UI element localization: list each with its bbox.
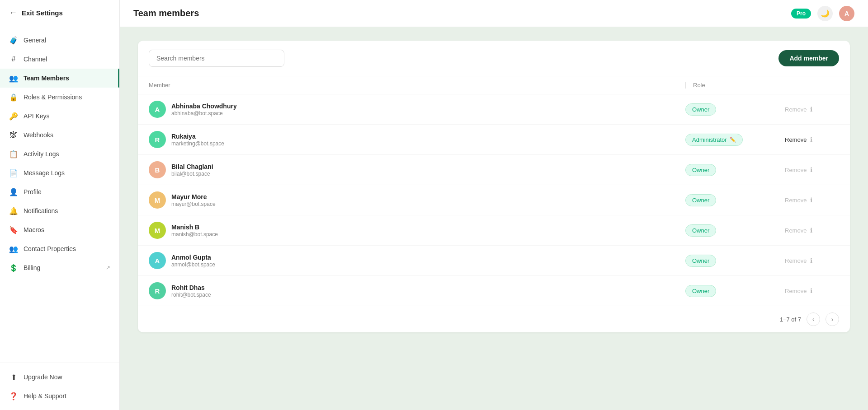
sidebar-item-webhooks[interactable]: 🕸 Webhooks bbox=[0, 126, 119, 144]
member-name: Rukaiya bbox=[171, 133, 224, 140]
notifications-icon: 🔔 bbox=[9, 206, 18, 215]
remove-member-button: Remove bbox=[785, 288, 807, 294]
member-name: Rohit Dhas bbox=[171, 284, 211, 291]
sidebar-nav: 🧳 General # Channel 👥 Team Members 🔒 Rol… bbox=[0, 26, 119, 363]
webhooks-icon: 🕸 bbox=[9, 130, 18, 140]
sidebar-item-channel[interactable]: # Channel bbox=[0, 50, 119, 69]
sidebar-item-activity-logs[interactable]: 📋 Activity Logs bbox=[0, 144, 119, 163]
sidebar-item-label: Billing bbox=[24, 264, 40, 271]
sidebar-item-message-logs[interactable]: 📄 Message Logs bbox=[0, 163, 119, 182]
member-name: Anmol Gupta bbox=[171, 254, 215, 261]
member-avatar: A bbox=[149, 252, 166, 269]
sidebar-item-roles-permissions[interactable]: 🔒 Roles & Permissions bbox=[0, 88, 119, 107]
info-button[interactable]: ℹ bbox=[810, 136, 812, 143]
sidebar-item-profile[interactable]: 👤 Profile bbox=[0, 182, 119, 201]
pagination-next-button[interactable]: › bbox=[826, 312, 839, 326]
theme-toggle-button[interactable]: 🌙 bbox=[817, 6, 833, 21]
card-header: Add member bbox=[138, 41, 850, 76]
page-title: Team members bbox=[133, 8, 199, 19]
remove-member-button: Remove bbox=[785, 227, 807, 234]
role-badge: Administrator✏️ bbox=[685, 134, 743, 146]
info-button[interactable]: ℹ bbox=[810, 166, 812, 173]
member-info: R Rukaiya marketing@bot.space bbox=[149, 131, 685, 148]
member-role: Owner bbox=[685, 255, 785, 267]
sidebar-item-team-members[interactable]: 👥 Team Members bbox=[0, 69, 119, 88]
external-icon: ↗ bbox=[106, 265, 110, 271]
member-role: Administrator✏️ bbox=[685, 134, 785, 146]
remove-member-button[interactable]: Remove bbox=[785, 136, 807, 143]
back-button[interactable]: ← bbox=[9, 8, 17, 18]
sidebar-item-notifications[interactable]: 🔔 Notifications bbox=[0, 201, 119, 220]
info-button[interactable]: ℹ bbox=[810, 106, 812, 113]
member-role: Owner bbox=[685, 103, 785, 116]
sidebar-item-label: Message Logs bbox=[24, 169, 65, 177]
sidebar-header: ← Exit Settings bbox=[0, 0, 119, 26]
member-email: bilal@bot.space bbox=[171, 171, 213, 177]
pagination-prev-button[interactable]: ‹ bbox=[807, 312, 820, 326]
member-name: Bilal Chaglani bbox=[171, 163, 213, 170]
general-icon: 🧳 bbox=[9, 36, 18, 45]
member-info: R Rohit Dhas rohit@bot.space bbox=[149, 282, 685, 299]
sidebar-item-label: Contact Properties bbox=[24, 245, 76, 252]
sidebar-title: Exit Settings bbox=[22, 9, 63, 17]
sidebar-item-label: Profile bbox=[24, 188, 42, 196]
member-email: manish@bot.space bbox=[171, 231, 218, 238]
table-row: B Bilal Chaglani bilal@bot.space Owner R… bbox=[138, 155, 850, 185]
sidebar-item-upgrade-now[interactable]: ⬆ Upgrade Now bbox=[0, 368, 119, 387]
remove-member-button: Remove bbox=[785, 106, 807, 113]
member-avatar: M bbox=[149, 222, 166, 239]
role-badge: Owner bbox=[685, 224, 716, 237]
member-name: Abhinaba Chowdhury bbox=[171, 102, 237, 110]
sidebar: ← Exit Settings 🧳 General # Channel 👥 Te… bbox=[0, 0, 120, 410]
pro-badge: Pro bbox=[791, 9, 811, 19]
search-input[interactable] bbox=[149, 50, 284, 67]
member-email: anmol@bot.space bbox=[171, 261, 215, 268]
contact-properties-icon: 👥 bbox=[9, 244, 18, 253]
main-content: Team members Pro 🌙 A Add member Member R… bbox=[120, 0, 868, 410]
member-role: Owner bbox=[685, 194, 785, 206]
message-logs-icon: 📄 bbox=[9, 168, 18, 177]
member-actions: Remove ℹ bbox=[785, 166, 839, 173]
member-email: marketing@bot.space bbox=[171, 140, 224, 147]
sidebar-item-api-keys[interactable]: 🔑 API Keys bbox=[0, 107, 119, 126]
sidebar-item-label: Webhooks bbox=[24, 131, 53, 139]
role-badge: Owner bbox=[685, 103, 716, 116]
profile-icon: 👤 bbox=[9, 187, 18, 196]
user-avatar-button[interactable]: A bbox=[839, 6, 854, 21]
sidebar-item-billing[interactable]: 💲 Billing ↗ bbox=[0, 258, 119, 277]
member-info: M Mayur More mayur@bot.space bbox=[149, 191, 685, 209]
col-header-member: Member bbox=[149, 82, 685, 89]
info-button[interactable]: ℹ bbox=[810, 196, 812, 204]
member-actions: Remove ℹ bbox=[785, 196, 839, 204]
member-name: Mayur More bbox=[171, 193, 216, 200]
member-role: Owner bbox=[685, 224, 785, 237]
member-info: A Abhinaba Chowdhury abhinaba@bot.space bbox=[149, 101, 685, 118]
member-avatar: R bbox=[149, 131, 166, 148]
team-members-card: Add member Member Role A Abhinaba Chowdh… bbox=[138, 41, 850, 332]
channel-icon: # bbox=[9, 55, 18, 64]
info-button[interactable]: ℹ bbox=[810, 257, 812, 264]
role-badge: Owner bbox=[685, 194, 716, 206]
add-member-button[interactable]: Add member bbox=[778, 50, 839, 66]
info-button[interactable]: ℹ bbox=[810, 287, 812, 294]
sidebar-item-label: Macros bbox=[24, 226, 44, 233]
sidebar-item-help-support[interactable]: ❓ Help & Support bbox=[0, 387, 119, 405]
member-email: abhinaba@bot.space bbox=[171, 110, 237, 116]
sidebar-item-contact-properties[interactable]: 👥 Contact Properties bbox=[0, 239, 119, 258]
sidebar-item-label: Help & Support bbox=[24, 392, 66, 400]
member-info: A Anmol Gupta anmol@bot.space bbox=[149, 252, 685, 269]
table-row: R Rukaiya marketing@bot.space Administra… bbox=[138, 125, 850, 155]
edit-role-icon[interactable]: ✏️ bbox=[730, 137, 736, 143]
sidebar-item-label: Upgrade Now bbox=[24, 373, 62, 381]
sidebar-bottom: ⬆ Upgrade Now ❓ Help & Support bbox=[0, 363, 119, 410]
main-header: Team members Pro 🌙 A bbox=[120, 0, 868, 27]
member-email: mayur@bot.space bbox=[171, 201, 216, 207]
help-support-icon: ❓ bbox=[9, 391, 18, 401]
header-right: Pro 🌙 A bbox=[791, 6, 854, 21]
sidebar-item-macros[interactable]: 🔖 Macros bbox=[0, 220, 119, 239]
pagination-info: 1–7 of 7 bbox=[780, 316, 801, 323]
sidebar-item-general[interactable]: 🧳 General bbox=[0, 31, 119, 50]
remove-member-button: Remove bbox=[785, 167, 807, 173]
member-info: M Manish B manish@bot.space bbox=[149, 222, 685, 239]
info-button[interactable]: ℹ bbox=[810, 227, 812, 234]
